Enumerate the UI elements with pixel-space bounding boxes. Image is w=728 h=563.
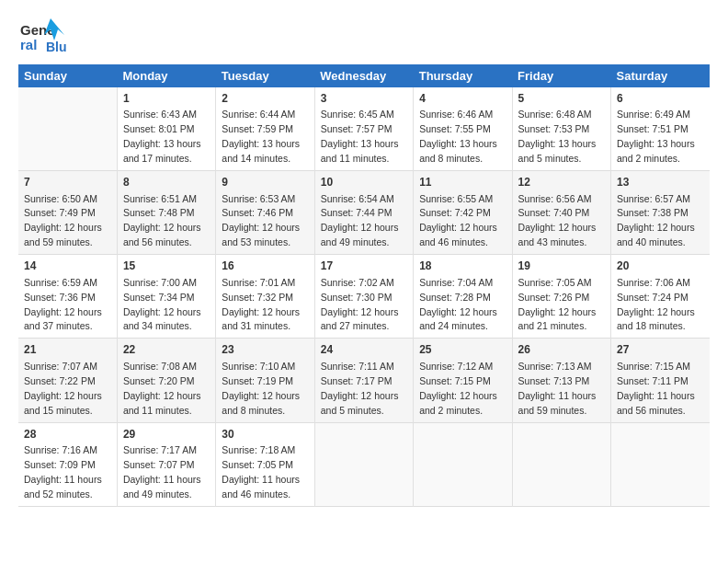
day-number: 29 — [123, 427, 210, 442]
day-number: 19 — [518, 259, 605, 274]
day-number: 18 — [419, 259, 506, 274]
daylight-info: Daylight: 13 hours and 8 minutes. — [419, 138, 497, 164]
sunrise-info: Sunrise: 7:17 AM — [123, 444, 197, 455]
day-number: 20 — [617, 259, 704, 274]
sunrise-info: Sunrise: 6:51 AM — [123, 193, 197, 204]
day-number: 7 — [24, 175, 111, 190]
calendar-cell — [611, 422, 710, 506]
sunset-info: Sunset: 7:40 PM — [518, 207, 590, 218]
sunset-info: Sunset: 7:15 PM — [419, 375, 491, 386]
calendar-day-header: Saturday — [611, 64, 710, 87]
day-number: 28 — [24, 427, 111, 442]
calendar-cell — [512, 422, 610, 506]
sunset-info: Sunset: 7:55 PM — [419, 123, 491, 134]
day-number: 11 — [419, 175, 506, 190]
sunset-info: Sunset: 7:48 PM — [123, 207, 195, 218]
daylight-info: Daylight: 12 hours and 27 minutes. — [321, 306, 399, 332]
sunset-info: Sunset: 7:24 PM — [617, 292, 688, 303]
calendar-day-header: Wednesday — [314, 64, 413, 87]
day-number: 13 — [617, 175, 704, 190]
sunset-info: Sunset: 7:09 PM — [24, 459, 96, 470]
day-number: 3 — [321, 91, 407, 107]
sunrise-info: Sunrise: 7:00 AM — [123, 277, 197, 288]
calendar-cell: 19 Sunrise: 7:05 AM Sunset: 7:26 PM Dayl… — [512, 255, 610, 339]
day-number: 4 — [419, 91, 506, 107]
sunrise-info: Sunrise: 6:43 AM — [123, 109, 197, 120]
day-number: 27 — [617, 342, 704, 358]
calendar-day-header: Thursday — [414, 64, 512, 87]
sunset-info: Sunset: 7:34 PM — [123, 292, 195, 303]
sunrise-info: Sunrise: 7:01 AM — [222, 277, 295, 288]
sunrise-info: Sunrise: 6:44 AM — [222, 109, 295, 120]
sunset-info: Sunset: 7:26 PM — [518, 292, 590, 303]
sunrise-info: Sunrise: 6:49 AM — [617, 109, 690, 120]
calendar-cell: 12 Sunrise: 6:56 AM Sunset: 7:40 PM Dayl… — [512, 171, 610, 255]
sunset-info: Sunset: 7:32 PM — [222, 292, 293, 303]
day-number: 5 — [518, 91, 605, 107]
sunrise-info: Sunrise: 7:08 AM — [123, 361, 197, 372]
sunset-info: Sunset: 7:46 PM — [222, 207, 293, 218]
sunrise-info: Sunrise: 7:04 AM — [419, 277, 493, 288]
calendar-cell: 5 Sunrise: 6:48 AM Sunset: 7:53 PM Dayli… — [512, 87, 610, 171]
calendar-cell: 7 Sunrise: 6:50 AM Sunset: 7:49 PM Dayli… — [18, 171, 117, 255]
sunset-info: Sunset: 7:53 PM — [518, 123, 590, 134]
calendar-cell: 10 Sunrise: 6:54 AM Sunset: 7:44 PM Dayl… — [314, 171, 413, 255]
day-number: 30 — [222, 427, 308, 442]
page-header: Gene ral Blue — [18, 17, 710, 57]
calendar-cell: 28 Sunrise: 7:16 AM Sunset: 7:09 PM Dayl… — [18, 422, 117, 506]
daylight-info: Daylight: 12 hours and 15 minutes. — [24, 390, 102, 416]
calendar-header-row: SundayMondayTuesdayWednesdayThursdayFrid… — [18, 64, 710, 87]
sunset-info: Sunset: 7:19 PM — [222, 375, 293, 386]
sunset-info: Sunset: 7:49 PM — [24, 207, 96, 218]
sunset-info: Sunset: 7:44 PM — [321, 207, 392, 218]
day-number: 6 — [617, 91, 704, 107]
daylight-info: Daylight: 12 hours and 49 minutes. — [321, 222, 399, 247]
daylight-info: Daylight: 11 hours and 59 minutes. — [518, 390, 597, 416]
sunset-info: Sunset: 7:20 PM — [123, 375, 195, 386]
sunset-info: Sunset: 7:28 PM — [419, 292, 491, 303]
sunrise-info: Sunrise: 6:45 AM — [321, 109, 394, 120]
sunrise-info: Sunrise: 6:59 AM — [24, 277, 97, 288]
calendar-day-header: Friday — [512, 64, 610, 87]
calendar-cell: 11 Sunrise: 6:55 AM Sunset: 7:42 PM Dayl… — [414, 171, 512, 255]
day-number: 17 — [321, 259, 407, 274]
sunrise-info: Sunrise: 6:55 AM — [419, 193, 493, 204]
daylight-info: Daylight: 12 hours and 59 minutes. — [24, 222, 102, 247]
sunset-info: Sunset: 7:51 PM — [617, 123, 688, 134]
day-number: 15 — [123, 259, 210, 274]
svg-text:ral: ral — [20, 37, 37, 52]
calendar-cell: 20 Sunrise: 7:06 AM Sunset: 7:24 PM Dayl… — [611, 255, 710, 339]
calendar-cell: 1 Sunrise: 6:43 AM Sunset: 8:01 PM Dayli… — [117, 87, 215, 171]
calendar-day-header: Monday — [117, 64, 215, 87]
daylight-info: Daylight: 12 hours and 34 minutes. — [123, 306, 201, 332]
day-number: 22 — [123, 342, 210, 358]
calendar-cell — [18, 87, 117, 171]
daylight-info: Daylight: 11 hours and 46 minutes. — [222, 474, 300, 500]
sunset-info: Sunset: 7:13 PM — [518, 375, 590, 386]
day-number: 14 — [24, 259, 111, 274]
calendar-week-row: 7 Sunrise: 6:50 AM Sunset: 7:49 PM Dayli… — [18, 171, 710, 255]
daylight-info: Daylight: 12 hours and 11 minutes. — [123, 390, 201, 416]
day-number: 1 — [123, 91, 210, 107]
sunrise-info: Sunrise: 7:05 AM — [518, 277, 592, 288]
logo-svg: Gene ral Blue — [18, 17, 66, 57]
calendar-cell: 6 Sunrise: 6:49 AM Sunset: 7:51 PM Dayli… — [611, 87, 710, 171]
day-number: 23 — [222, 342, 308, 358]
calendar-cell: 16 Sunrise: 7:01 AM Sunset: 7:32 PM Dayl… — [216, 255, 314, 339]
sunset-info: Sunset: 7:59 PM — [222, 123, 293, 134]
sunset-info: Sunset: 7:17 PM — [321, 375, 392, 386]
sunrise-info: Sunrise: 7:07 AM — [24, 361, 97, 372]
daylight-info: Daylight: 13 hours and 11 minutes. — [321, 138, 399, 164]
daylight-info: Daylight: 12 hours and 31 minutes. — [222, 306, 300, 332]
sunrise-info: Sunrise: 6:46 AM — [419, 109, 493, 120]
calendar-cell: 14 Sunrise: 6:59 AM Sunset: 7:36 PM Dayl… — [18, 255, 117, 339]
day-number: 24 — [321, 342, 407, 358]
sunset-info: Sunset: 7:11 PM — [617, 375, 688, 386]
calendar-cell: 18 Sunrise: 7:04 AM Sunset: 7:28 PM Dayl… — [414, 255, 512, 339]
daylight-info: Daylight: 12 hours and 37 minutes. — [24, 306, 102, 332]
sunrise-info: Sunrise: 7:16 AM — [24, 444, 97, 455]
sunrise-info: Sunrise: 6:50 AM — [24, 193, 97, 204]
calendar-week-row: 28 Sunrise: 7:16 AM Sunset: 7:09 PM Dayl… — [18, 422, 710, 506]
sunrise-info: Sunrise: 7:10 AM — [222, 361, 295, 372]
day-number: 21 — [24, 342, 111, 358]
